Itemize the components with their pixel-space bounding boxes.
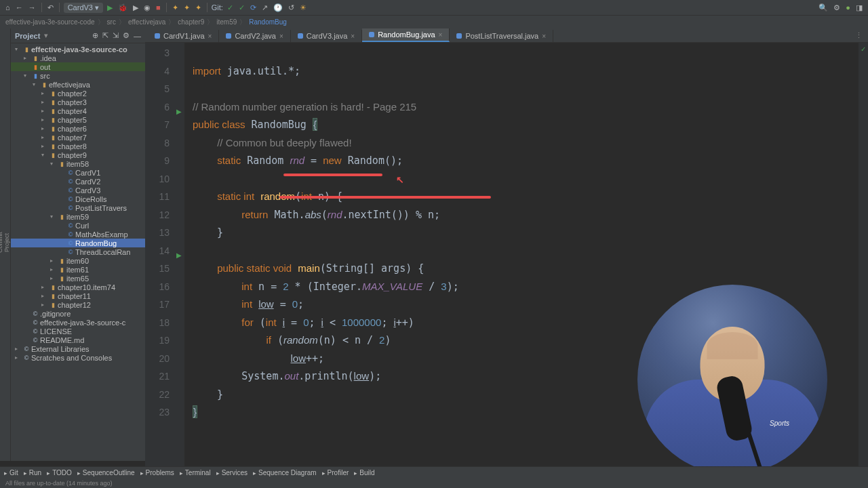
bottom-tab[interactable]: ▸Build xyxy=(354,469,374,476)
git-check-icon[interactable]: ✓ xyxy=(226,3,235,12)
tree-row[interactable]: ▸©Scratches and Consoles xyxy=(11,353,145,362)
line-number[interactable]: 10 xyxy=(145,170,184,188)
tree-row[interactable]: ▾▮src xyxy=(11,71,145,80)
close-icon[interactable]: × xyxy=(542,33,546,40)
bottom-tab[interactable]: ▸Profiler xyxy=(322,469,349,476)
ai2-icon[interactable]: ✦ xyxy=(182,3,191,12)
project-tree[interactable]: ▾▮effective-java-3e-source-co▸▮.idea▮out… xyxy=(11,43,145,461)
stop-icon[interactable]: ■ xyxy=(155,3,162,12)
tree-row[interactable]: ▸▮chapter10.item74 xyxy=(11,283,145,291)
bc-item[interactable]: RandomBug xyxy=(249,18,287,26)
settings-icon[interactable]: ⚙ xyxy=(123,31,130,40)
coverage-icon[interactable]: ▶ xyxy=(132,3,140,12)
bottom-tab[interactable]: ▸Sequence Diagram xyxy=(253,469,317,476)
line-number[interactable]: 8 xyxy=(145,134,184,152)
line-number[interactable]: 15 xyxy=(145,260,184,278)
bottom-tab[interactable]: ▸Services xyxy=(216,469,248,476)
editor-tab[interactable]: CardV2.java× xyxy=(219,30,290,42)
editor-tab[interactable]: CardV3.java× xyxy=(291,30,362,42)
line-number[interactable]: 9 xyxy=(145,152,184,170)
bc-item[interactable]: chapter9 xyxy=(178,18,204,26)
avatar-icon[interactable]: ● xyxy=(844,3,852,12)
line-number[interactable]: 19 xyxy=(145,331,184,350)
tree-row[interactable]: ▸▮chapter4 xyxy=(11,106,145,115)
tree-row[interactable]: ▸▮.idea xyxy=(11,54,145,62)
tree-row[interactable]: ©LICENSE xyxy=(11,327,145,336)
hide-icon[interactable]: — xyxy=(134,32,141,40)
run-icon[interactable]: ▶ xyxy=(106,3,114,12)
close-icon[interactable]: × xyxy=(208,33,212,40)
git-rollback-icon[interactable]: ↺ xyxy=(287,3,296,12)
line-number[interactable]: 6▶ xyxy=(145,98,184,117)
home-icon[interactable]: ⌂ xyxy=(4,3,12,12)
panel-icon[interactable]: ◨ xyxy=(854,3,864,12)
bc-item[interactable]: src xyxy=(107,18,116,26)
tree-row[interactable]: ▸▮chapter8 xyxy=(11,142,145,150)
git-push-icon[interactable]: ↗ xyxy=(260,3,269,12)
bottom-tab[interactable]: ▸Terminal xyxy=(180,469,211,476)
line-number[interactable]: 23 xyxy=(145,403,184,422)
line-number[interactable]: 22 xyxy=(145,386,184,404)
line-number[interactable]: 20 xyxy=(145,350,184,368)
tab-more-icon[interactable]: ⋮ xyxy=(850,29,868,42)
ai-icon[interactable]: ✦ xyxy=(171,3,180,12)
tree-row[interactable]: ©PostListTravers xyxy=(11,203,145,212)
bc-item[interactable]: effective-java-3e-source-code xyxy=(5,18,95,26)
tree-row[interactable]: ©DiceRolls xyxy=(11,195,145,203)
close-icon[interactable]: × xyxy=(351,33,355,40)
bc-item[interactable]: effectivejava xyxy=(128,18,165,26)
tree-row[interactable]: ▮out xyxy=(11,62,145,71)
tree-row[interactable]: ©CardV3 xyxy=(11,186,145,195)
select-opened-icon[interactable]: ⊕ xyxy=(92,31,98,40)
tree-row[interactable]: ▸▮chapter5 xyxy=(11,115,145,124)
line-number[interactable]: 7 xyxy=(145,116,184,134)
tree-row[interactable]: ▾▮item59 xyxy=(11,212,145,221)
tree-row[interactable]: ©effective-java-3e-source-c xyxy=(11,318,145,327)
git-history-icon[interactable]: 🕐 xyxy=(272,3,284,12)
line-number[interactable]: 11 xyxy=(145,188,184,206)
editor-tab[interactable]: RandomBug.java× xyxy=(362,28,450,42)
line-number[interactable]: 14▶ xyxy=(145,242,184,260)
editor-tab[interactable]: CardV1.java× xyxy=(148,30,219,42)
tree-row[interactable]: ©Curl xyxy=(11,221,145,230)
line-number[interactable]: 3 xyxy=(145,44,184,62)
bc-item[interactable]: item59 xyxy=(216,18,237,26)
tree-row[interactable]: ▸▮item60 xyxy=(11,256,145,265)
profile-icon[interactable]: ◉ xyxy=(142,3,152,12)
tree-row[interactable]: ©.gitignore xyxy=(11,309,145,318)
tree-row[interactable]: ▸▮chapter7 xyxy=(11,133,145,142)
settings-icon[interactable]: ⚙ xyxy=(832,3,842,12)
search-icon[interactable]: 🔍 xyxy=(817,3,829,12)
tree-row[interactable]: ©MathAbsExamp xyxy=(11,230,145,239)
git-check2-icon[interactable]: ✓ xyxy=(237,3,246,12)
tree-row[interactable]: ▸©External Libraries xyxy=(11,344,145,353)
back-icon[interactable]: ← xyxy=(14,3,24,12)
tree-row[interactable]: ▸▮chapter6 xyxy=(11,124,145,133)
tree-row[interactable]: ©README.md xyxy=(11,336,145,344)
bottom-tab[interactable]: ▸Git xyxy=(4,469,18,476)
tree-row[interactable]: ▾▮item58 xyxy=(11,159,145,168)
bottom-tab[interactable]: ▸SequenceOutline xyxy=(77,469,135,476)
collapse-icon[interactable]: ⇲ xyxy=(113,31,119,40)
forward-icon[interactable]: → xyxy=(27,3,37,12)
expand-icon[interactable]: ⇱ xyxy=(102,31,108,40)
line-number[interactable]: 12 xyxy=(145,206,184,224)
debug-icon[interactable]: 🐞 xyxy=(117,3,129,12)
bottom-tab[interactable]: ▸TODO xyxy=(47,469,72,476)
line-number[interactable]: 18 xyxy=(145,314,184,332)
line-number[interactable]: 17 xyxy=(145,296,184,314)
tree-row[interactable]: ©CardV2 xyxy=(11,177,145,186)
undo-icon[interactable]: ↶ xyxy=(46,3,55,12)
tree-row[interactable]: ▸▮item61 xyxy=(11,265,145,274)
tree-row[interactable]: ▸▮chapter3 xyxy=(11,98,145,106)
commit-tool-tab[interactable]: Commit xyxy=(0,31,3,454)
tree-row[interactable]: ▾▮effectivejava xyxy=(11,80,145,89)
sun-icon[interactable]: ☀ xyxy=(298,3,308,12)
project-tool-tab[interactable]: Project xyxy=(3,31,10,454)
ai3-icon[interactable]: ✦ xyxy=(194,3,203,12)
tree-row[interactable]: ▾▮effective-java-3e-source-co xyxy=(11,45,145,54)
run-config-selector[interactable]: CardV3 ▾ xyxy=(64,3,103,13)
tree-row[interactable]: ▸▮item65 xyxy=(11,274,145,283)
bottom-tab[interactable]: ▸Run xyxy=(24,469,41,476)
line-number[interactable]: 4 xyxy=(145,62,184,81)
